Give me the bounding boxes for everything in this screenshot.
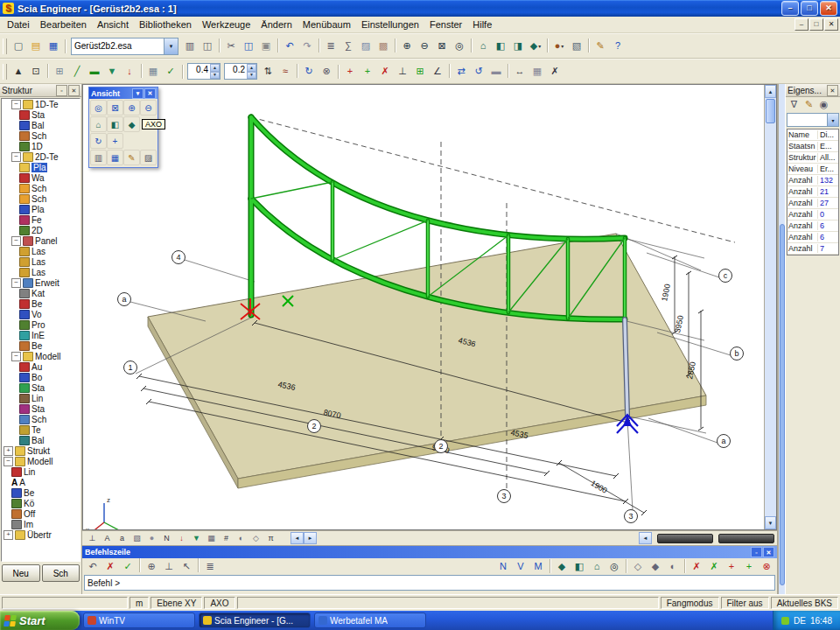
dimension-tool-button[interactable]: ↔ <box>511 64 528 80</box>
tree-item-las[interactable]: Las <box>2 246 80 256</box>
tree-item-im[interactable]: Im <box>2 519 80 529</box>
status-plane[interactable]: Ebene XY <box>150 597 202 609</box>
property-row[interactable]: StrukturAll... <box>788 152 838 164</box>
polar-tracking-button[interactable]: ∠ <box>429 64 446 80</box>
combobox-dropdown-icon[interactable]: ▾ <box>164 38 178 54</box>
zoom-out-button[interactable]: ⊖ <box>140 100 157 116</box>
tree-item-bal[interactable]: Bal <box>2 120 80 130</box>
title-bar[interactable]: S Scia Engineer - [Gerüst2b2.esa : 1] – … <box>0 0 840 17</box>
tree-item-1d-te[interactable]: −1D-Te <box>2 99 80 109</box>
view-side-button[interactable]: ◨ <box>509 38 527 54</box>
new-document-button[interactable]: ▢ <box>10 38 27 54</box>
property-filter-button[interactable]: ∇ <box>787 98 802 111</box>
document-service-button[interactable]: ≣ <box>322 38 340 54</box>
view-settings-button[interactable]: ✎ <box>123 150 140 165</box>
property-row[interactable]: Anzahl6 <box>788 232 838 243</box>
tree-expander-icon[interactable]: + <box>4 530 13 540</box>
tree-item-strukt[interactable]: +Strukt <box>2 445 80 456</box>
result-v-button[interactable]: V <box>512 558 529 574</box>
menu-datei[interactable]: Datei <box>2 18 35 31</box>
zoom-all-button[interactable]: ◎ <box>90 100 107 116</box>
calculation-button[interactable]: ∑ <box>340 38 357 54</box>
front-view-quick-button[interactable]: ◧ <box>570 558 588 574</box>
taskbar-button-scia-engineer-g-[interactable]: Scia Engineer - [G... <box>199 612 311 628</box>
zoom-in-button[interactable]: ⊕ <box>123 100 140 116</box>
menu-hilfe[interactable]: Hilfe <box>467 18 497 31</box>
tree-item-pla[interactable]: Pla <box>2 204 80 214</box>
tracking-mode-button[interactable]: ↖ <box>178 558 195 574</box>
tree-expander-icon[interactable]: − <box>11 278 21 288</box>
tree-item-a[interactable]: AA <box>2 477 80 487</box>
ansicht-close-icon[interactable]: ✕ <box>144 88 156 99</box>
property-row[interactable]: Anzahl6 <box>788 220 838 232</box>
snap-orthogonal-button[interactable]: ⊥ <box>394 64 411 80</box>
properties-filter-combobox[interactable]: ▾ <box>787 113 839 127</box>
picture-gallery-button[interactable]: ▨ <box>357 38 374 54</box>
erase-tool-button[interactable]: ✗ <box>546 64 564 80</box>
tree-item-pro[interactable]: Pro <box>2 319 80 330</box>
scrollbar-thumb[interactable] <box>766 99 775 123</box>
zoom-out-button[interactable]: ⊖ <box>416 38 433 54</box>
tree-item-kö[interactable]: Kö <box>2 498 80 508</box>
scale-spinner-2[interactable]: 0.2 ▲ ▼ <box>224 63 257 80</box>
cursor-snap-settings-button[interactable]: ⊕ <box>143 558 160 574</box>
menu-menübaum[interactable]: Menübaum <box>298 18 356 31</box>
close-panel-icon[interactable]: ✕ <box>827 85 838 96</box>
ucs-translate-button[interactable]: ⇄ <box>452 64 470 80</box>
tree-item-be[interactable]: Be <box>2 487 80 498</box>
support-tool-button[interactable]: ▼ <box>103 64 121 80</box>
check-tool-button[interactable]: ✓ <box>162 64 179 80</box>
menu-bearbeiten[interactable]: Bearbeiten <box>35 18 92 31</box>
property-pin-button[interactable]: ◉ <box>816 98 831 111</box>
tree-item-bal[interactable]: Bal <box>2 435 80 445</box>
property-row[interactable]: Anzahl27 <box>788 198 838 209</box>
zoom-in-button[interactable]: ⊕ <box>398 38 416 54</box>
tray-icon[interactable] <box>781 617 789 625</box>
tree-item-panel[interactable]: −Panel <box>2 235 80 246</box>
wire-mode-button[interactable]: ◇ <box>629 558 647 574</box>
taskbar-button-werbetafel-ma[interactable]: Werbetafel MA <box>314 612 426 628</box>
scroll-right-icon[interactable]: ► <box>304 532 317 544</box>
view-axo-button[interactable]: ◆ <box>123 116 140 132</box>
tree-expander-icon[interactable]: − <box>11 152 21 162</box>
result-n-button[interactable]: N <box>494 558 512 574</box>
tree-item-be[interactable]: Be <box>2 298 80 309</box>
command-accept-button[interactable]: ✓ <box>119 558 136 574</box>
shade-mode-button[interactable]: ◐ <box>664 558 682 574</box>
tree-item-las[interactable]: Las <box>2 267 80 277</box>
tree-item-pla[interactable]: Pla <box>2 162 80 172</box>
tree-item-sch[interactable]: Sch <box>2 414 80 424</box>
combobox-dropdown-icon[interactable]: ▾ <box>827 114 838 126</box>
load-display-toggle-button[interactable]: ↓ <box>174 532 189 544</box>
minimize-button[interactable]: – <box>781 1 799 16</box>
scrollbar-track[interactable] <box>765 124 776 516</box>
snap-intersection-button[interactable]: ✗ <box>376 64 394 80</box>
tree-item-kat[interactable]: Kat <box>2 288 80 298</box>
tree-item-erweit[interactable]: −Erweit <box>2 277 80 288</box>
tree-expander-icon[interactable]: − <box>11 236 21 246</box>
refresh-view-button[interactable]: ↻ <box>300 64 318 80</box>
top-view-quick-button[interactable]: ⌂ <box>588 558 606 574</box>
zoom-all-button[interactable]: ◎ <box>451 38 468 54</box>
properties-panel-header[interactable]: Eigens... ✕ <box>786 84 840 97</box>
property-row[interactable]: StaatsnE... <box>788 141 838 152</box>
tree-expander-icon[interactable]: + <box>4 446 13 456</box>
property-row[interactable]: Anzahl7 <box>788 243 838 255</box>
command-panel-header[interactable]: Befehlszeile ▫ ✕ <box>82 546 777 558</box>
canvas-vertical-scrollbar[interactable]: ▲ ▼ <box>764 85 776 529</box>
menu-ändern[interactable]: Ändern <box>256 18 297 31</box>
tree-item-las[interactable]: Las <box>2 256 80 267</box>
open-project-button[interactable]: ▤ <box>27 38 45 54</box>
abc-toggle-button[interactable]: N <box>159 532 174 544</box>
tree-expander-icon[interactable]: − <box>11 100 21 109</box>
spinner-up-icon[interactable]: ▲ <box>247 64 256 72</box>
struktur-panel-header[interactable]: Struktur ▫ ✕ <box>0 84 81 97</box>
taskbar-button-wintv[interactable]: WinTV <box>83 612 195 628</box>
close-panel-icon[interactable]: ✕ <box>763 547 774 557</box>
deformation-button[interactable]: ≈ <box>276 64 294 80</box>
zoom-window-button[interactable]: ⊠ <box>433 38 451 54</box>
close-tree-button[interactable]: Sch <box>42 564 80 582</box>
print-preview-button[interactable]: ◫ <box>199 38 216 54</box>
properties-scrollbar[interactable] <box>778 84 785 594</box>
status-bks[interactable]: Aktuelles BKS <box>771 597 838 609</box>
